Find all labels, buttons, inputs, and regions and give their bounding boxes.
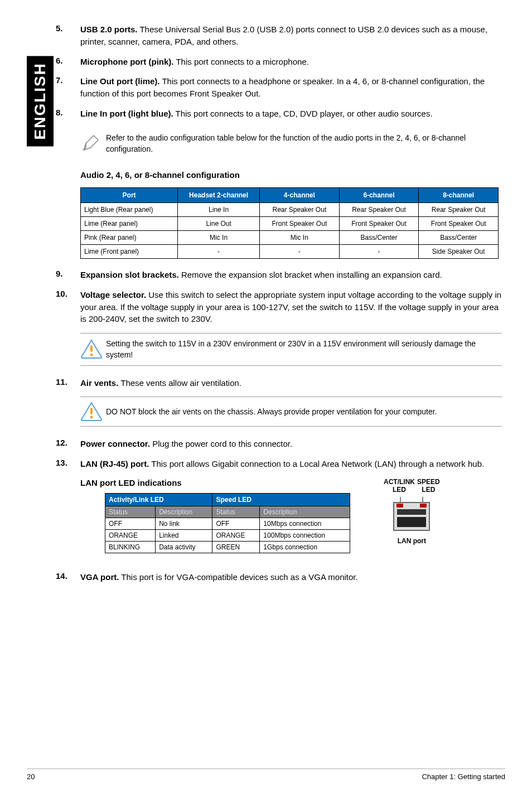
list-item: 11. Air vents. These vents allow air ven… [56, 377, 502, 389]
item-number: 12. [56, 438, 80, 450]
diagram-caption: LAN port [384, 537, 440, 545]
item-text: LAN (RJ-45) port. This port allows Gigab… [80, 458, 484, 470]
list-item: 14. VGA port. This port is for VGA-compa… [56, 571, 502, 583]
table-row: BLINKINGData activityGREEN1Gbps connecti… [105, 541, 350, 553]
table-subheader: Description [260, 506, 350, 518]
table-header: Headset 2-channel [178, 188, 260, 203]
item-number: 11. [56, 377, 80, 389]
pencil-icon [80, 133, 106, 153]
table-header: 4-channel [260, 188, 340, 203]
item-text: USB 2.0 ports. These Universal Serial Bu… [80, 23, 502, 48]
svg-point-3 [90, 416, 93, 419]
warning-text: DO NOT block the air vents on the chassi… [106, 406, 437, 417]
item-number: 6. [56, 56, 80, 68]
item-text: Air vents. These vents allow air ventila… [80, 377, 241, 389]
item-text: Line In port (light blue). This port con… [80, 108, 433, 120]
table-subheader: Description [156, 506, 212, 518]
list-item: 7. Line Out port (lime). This port conne… [56, 75, 502, 100]
section-heading: Audio 2, 4, 6, or 8-channel configuratio… [80, 170, 502, 180]
page-footer: 20 Chapter 1: Getting started [27, 769, 505, 781]
list-item: 12. Power connector. Plug the power cord… [56, 438, 502, 450]
svg-rect-7 [396, 504, 403, 508]
item-number: 10. [56, 289, 80, 325]
item-text: Voltage selector. Use this switch to sel… [80, 289, 502, 325]
warning-icon [80, 339, 106, 359]
item-text: Expansion slot brackets. Remove the expa… [80, 269, 442, 281]
svg-rect-2 [90, 408, 93, 414]
table-row: Pink (Rear panel)Mic InMic InBass/Center… [81, 231, 499, 245]
warning-icon [80, 402, 106, 422]
table-row: Lime (Rear panel)Line OutFront Speaker O… [81, 217, 499, 231]
svg-rect-8 [420, 504, 427, 508]
item-text: Power connector. Plug the power cord to … [80, 438, 292, 450]
note-block: Refer to the audio configuration table b… [80, 128, 502, 160]
item-number: 14. [56, 571, 80, 583]
table-subheader: Status [212, 506, 260, 518]
note-text: Refer to the audio configuration table b… [106, 132, 502, 155]
svg-point-1 [90, 354, 93, 356]
item-number: 5. [56, 23, 80, 48]
lan-led-table: Activity/Link LED Speed LED Status Descr… [105, 493, 350, 553]
list-item: 8. Line In port (light blue). This port … [56, 108, 502, 120]
table-header: 6-channel [339, 188, 419, 203]
svg-rect-0 [90, 345, 93, 352]
page-content: 5. USB 2.0 ports. These Universal Serial… [56, 23, 502, 591]
item-number: 13. [56, 458, 80, 470]
section-heading: LAN port LED indications [80, 478, 350, 487]
language-tab: ENGLISH [27, 56, 54, 146]
table-row: ORANGELinkedORANGE100Mbps connection [105, 529, 350, 541]
list-item: 10. Voltage selector. Use this switch to… [56, 289, 502, 325]
warning-block: Setting the switch to 115V in a 230V env… [80, 333, 502, 366]
item-text: Microphone port (pink). This port connec… [80, 56, 309, 68]
list-item: 6. Microphone port (pink). This port con… [56, 56, 502, 68]
table-header: Speed LED [212, 493, 350, 506]
table-header: 8-channel [419, 188, 499, 203]
page-number: 20 [27, 772, 35, 781]
item-text: VGA port. This port is for VGA-compatibl… [80, 571, 358, 583]
chapter-label: Chapter 1: Getting started [422, 772, 505, 781]
item-number: 9. [56, 269, 80, 281]
table-header: Port [81, 188, 178, 203]
table-subheader: Status [105, 506, 156, 518]
warning-block: DO NOT block the air vents on the chassi… [80, 397, 502, 427]
table-header: Activity/Link LED [105, 493, 212, 506]
table-row: Lime (Front panel)---Side Speaker Out [81, 245, 499, 259]
item-number: 7. [56, 75, 80, 100]
list-item: 9. Expansion slot brackets. Remove the e… [56, 269, 502, 281]
audio-config-table: Port Headset 2-channel 4-channel 6-chann… [80, 187, 499, 259]
warning-text: Setting the switch to 115V in a 230V env… [106, 338, 502, 361]
item-number: 8. [56, 108, 80, 120]
item-text: Line Out port (lime). This port connects… [80, 75, 502, 100]
list-item: 5. USB 2.0 ports. These Universal Serial… [56, 23, 502, 48]
lan-port-diagram: ACT/LINKLED SPEEDLED LAN port [384, 478, 440, 545]
svg-rect-10 [397, 517, 426, 527]
table-row: OFFNo linkOFF10Mbps connection [105, 518, 350, 529]
svg-rect-9 [397, 509, 426, 515]
rj45-port-icon [389, 497, 434, 533]
list-item: 13. LAN (RJ-45) port. This port allows G… [56, 458, 502, 470]
table-row: Light Blue (Rear panel)Line InRear Speak… [81, 203, 499, 217]
